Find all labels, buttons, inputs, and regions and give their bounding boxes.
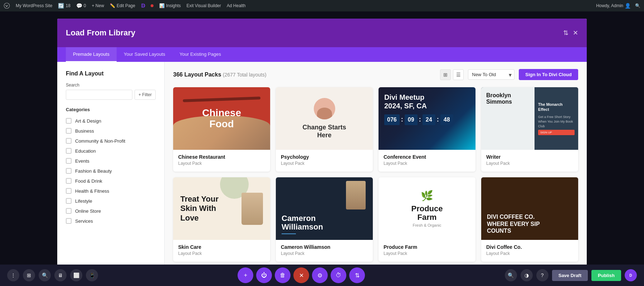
toolbar-center: + ⏻ 🗑 ✕ ⚙ ⏱ ⇅ (238, 267, 365, 283)
list-view-button[interactable]: ☰ (453, 69, 464, 80)
category-health[interactable]: Health & Fitness (66, 186, 156, 196)
tab-premade-layouts[interactable]: Premade Layouts (66, 47, 117, 62)
category-business[interactable]: Business (66, 126, 156, 136)
layout-card-writer[interactable]: BrooklynSimmons The MonarchEffect Get a … (481, 87, 578, 172)
sort-select[interactable]: New To Old Old To New A to Z Z to A (468, 69, 514, 80)
toolbar-desktop-icon[interactable]: 🖥 (54, 269, 67, 281)
toolbar-theme-icon[interactable]: ◑ (521, 269, 533, 281)
category-education[interactable]: Education (66, 146, 156, 156)
thumbnail-text: Divi Meetup2024, SF, CA (384, 93, 427, 110)
toolbar-search-icon[interactable]: 🔍 (39, 269, 51, 281)
category-checkbox (66, 188, 72, 194)
category-checkbox (66, 118, 72, 124)
toolbar-layout-icon[interactable]: ⊞ (23, 269, 35, 281)
filter-button[interactable]: + Filter (135, 90, 156, 100)
thumbnail-product (241, 193, 263, 225)
layout-thumbnail: DIVI COFFEE CO.WHERE EVERY SIPCOUNTS (481, 177, 578, 240)
layout-thumbnail: BrooklynSimmons The MonarchEffect Get a … (481, 87, 578, 150)
layout-info: Psychology Layout Pack (276, 150, 373, 172)
toolbar-power-icon[interactable]: ⏻ (256, 267, 272, 283)
divi-logo-circle: D (625, 269, 637, 281)
tab-saved-layouts[interactable]: Your Saved Layouts (117, 47, 172, 62)
divi-logo[interactable]: 𝔻 (141, 3, 145, 9)
layout-thumbnail: Treat YourSkin WithLove (173, 177, 270, 240)
toolbar-arrows-icon[interactable]: ⇅ (349, 267, 365, 283)
layout-info: Produce Farm Layout Pack (379, 240, 475, 262)
thumbnail-text: DIVI COFFEE CO.WHERE EVERY SIPCOUNTS (487, 213, 540, 234)
toolbar-history-icon[interactable]: ⏱ (331, 267, 346, 283)
modal-close-icon[interactable]: ✕ (573, 29, 578, 37)
layout-name: Writer (486, 154, 573, 160)
toolbar-add-icon[interactable]: + (238, 267, 253, 283)
layout-card-coffee[interactable]: DIVI COFFEE CO.WHERE EVERY SIPCOUNTS Div… (481, 177, 578, 262)
sign-in-cloud-button[interactable]: Sign In To Divi Cloud (519, 69, 578, 80)
toolbar-mobile-icon[interactable]: 📱 (86, 269, 98, 281)
insights-link[interactable]: 📊 Insights (159, 3, 181, 8)
sort-wrapper: New To Old Old To New A to Z Z to A (468, 69, 514, 80)
edit-page-button[interactable]: ✏️ Edit Page (110, 3, 135, 8)
layout-card-cameron[interactable]: CameronWilliamson Cameron Williamson Lay… (276, 177, 373, 262)
ad-health-link[interactable]: Ad Health (227, 3, 246, 8)
updates-count[interactable]: 🔄 18 (58, 3, 70, 9)
category-community[interactable]: Community & Non-Profit (66, 136, 156, 146)
layout-thumbnail: ChineseFood (173, 87, 270, 150)
save-draft-button[interactable]: Save Draft (552, 270, 588, 281)
layout-type: Layout Pack (486, 251, 573, 256)
category-checkbox (66, 128, 72, 134)
modal-header: Load From Library ⇅ ✕ (57, 19, 587, 47)
category-checkbox (66, 218, 72, 224)
category-fashion[interactable]: Fashion & Beauty (66, 166, 156, 176)
category-checkbox (66, 148, 72, 154)
category-art-design[interactable]: Art & Design (66, 116, 156, 126)
bottom-toolbar: ⋮ ⊞ 🔍 🖥 ⬜ 📱 + ⏻ 🗑 ✕ ⚙ ⏱ ⇅ 🔍 ◑ ? Save Dra… (0, 265, 644, 286)
search-input[interactable] (66, 90, 132, 100)
layout-card-skincare[interactable]: Treat YourSkin WithLove Skin Care Layout… (173, 177, 270, 262)
layout-thumbnail: 🌿 ProduceFarm Fresh & Organic (379, 177, 475, 240)
layout-card-produce-farm[interactable]: 🌿 ProduceFarm Fresh & Organic Produce Fa… (379, 177, 475, 262)
toolbar-menu-icon[interactable]: ⋮ (7, 269, 19, 281)
toolbar-zoom-icon[interactable]: 🔍 (505, 269, 517, 281)
toolbar-close-icon[interactable]: ✕ (293, 267, 309, 283)
category-online-store[interactable]: Online Store (66, 206, 156, 216)
view-icons: ⊞ ☰ (440, 69, 464, 80)
toolbar-help-icon[interactable]: ? (536, 269, 548, 281)
layout-type: Layout Pack (486, 161, 573, 166)
thumbnail-icon: 🌿 (421, 190, 433, 202)
new-button[interactable]: + New (92, 3, 104, 8)
layout-thumbnail: Divi Meetup2024, SF, CA 076 : 09 : 24 : … (379, 87, 475, 150)
layout-card-psychology[interactable]: Change StartsHere Psychology Layout Pack (276, 87, 373, 172)
exit-builder-link[interactable]: Exit Visual Builder (186, 3, 221, 8)
category-food[interactable]: Food & Drink (66, 176, 156, 186)
grid-view-button[interactable]: ⊞ (440, 69, 451, 80)
category-services[interactable]: Services (66, 216, 156, 226)
content-header: 366 Layout Packs (2677 Total layouts) ⊞ … (173, 69, 578, 80)
toolbar-tablet-icon[interactable]: ⬜ (70, 269, 82, 281)
thumbnail-avatar (314, 98, 335, 119)
toolbar-trash-icon[interactable]: 🗑 (275, 267, 291, 283)
layout-type: Layout Pack (384, 161, 470, 166)
modal-header-icons: ⇅ ✕ (563, 29, 578, 37)
category-lifestyle[interactable]: Lifestyle (66, 196, 156, 206)
layout-name: Cameron Williamson (281, 244, 368, 250)
layout-name: Skin Care (178, 244, 265, 250)
modal-settings-icon[interactable]: ⇅ (563, 29, 569, 37)
layout-card-chinese-restaurant[interactable]: ChineseFood Chinese Restaurant Layout Pa… (173, 87, 270, 172)
tab-existing-pages[interactable]: Your Existing Pages (172, 47, 228, 62)
category-events[interactable]: Events (66, 156, 156, 166)
admin-search-icon[interactable]: 🔍 (635, 3, 640, 8)
comments-count[interactable]: 💬 0 (76, 3, 86, 9)
user-greeting[interactable]: Howdy, Admin 👤 (596, 3, 631, 9)
layout-name: Produce Farm (384, 244, 470, 250)
categories-title: Categories (66, 107, 156, 112)
thumbnail-text: ProduceFarm (411, 204, 443, 222)
publish-button[interactable]: Publish (591, 270, 621, 281)
layout-card-conference-event[interactable]: Divi Meetup2024, SF, CA 076 : 09 : 24 : … (379, 87, 475, 172)
site-name[interactable]: My WordPress Site (16, 3, 52, 8)
layout-name: Psychology (281, 154, 368, 160)
toolbar-gear-icon[interactable]: ⚙ (312, 267, 328, 283)
category-checkbox (66, 208, 72, 214)
layout-type: Layout Pack (178, 161, 265, 166)
thumbnail-text: CameronWilliamson (282, 214, 367, 231)
category-checkbox (66, 138, 72, 144)
wp-logo[interactable] (4, 3, 10, 9)
